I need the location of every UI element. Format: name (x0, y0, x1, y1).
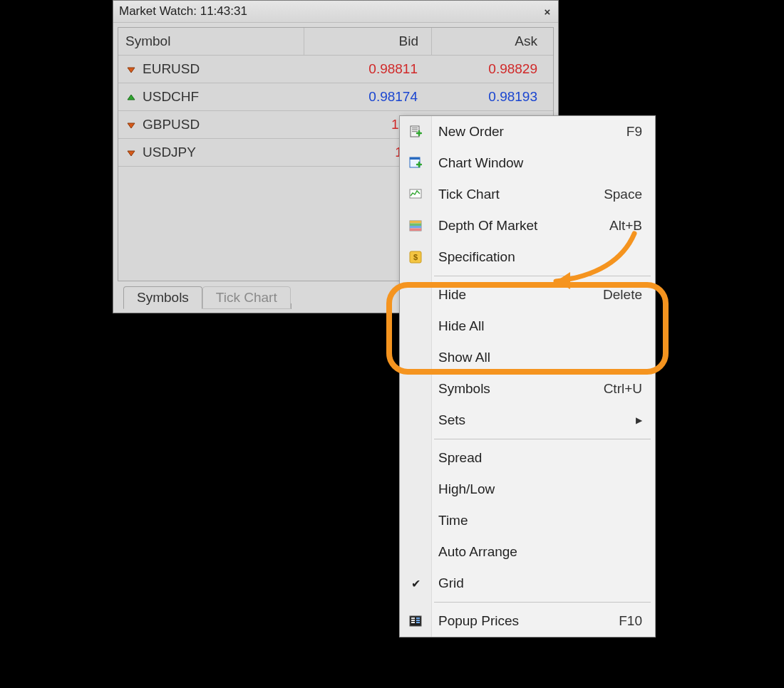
menu-label: Popup Prices (431, 613, 619, 629)
svg-rect-20 (411, 620, 415, 621)
close-icon[interactable]: × (541, 6, 554, 18)
menu-label: Specification (431, 249, 642, 265)
menu-spread[interactable]: Spread (400, 442, 655, 474)
menu-hide[interactable]: Hide Delete (400, 279, 655, 311)
svg-rect-15 (410, 229, 421, 231)
bid-price: 0.98174 (304, 89, 430, 105)
menu-separator (400, 436, 655, 442)
bid-price: 0.98811 (304, 61, 430, 77)
chart-window-icon (400, 147, 431, 179)
svg-rect-9 (410, 157, 420, 160)
menu-shortcut: F9 (626, 124, 642, 140)
specification-icon: $ (400, 241, 431, 273)
blank-icon (400, 373, 431, 405)
blank-icon (400, 536, 431, 568)
col-symbol[interactable]: Symbol (118, 28, 304, 55)
svg-rect-22 (416, 617, 420, 619)
menu-label: High/Low (431, 481, 642, 497)
menu-label: Grid (431, 575, 642, 591)
arrow-down-icon (125, 119, 137, 130)
svg-marker-1 (128, 95, 135, 100)
new-order-icon (400, 116, 431, 147)
table-row[interactable]: USDCHF 0.98174 0.98193 (118, 83, 553, 111)
menu-label: Hide (431, 287, 603, 303)
arrow-down-icon (125, 147, 137, 158)
grid-header: Symbol Bid Ask (118, 28, 553, 56)
blank-icon (400, 405, 431, 436)
context-menu: New Order F9 Chart Window Tick Chart Spa… (399, 115, 656, 637)
tab-divider (291, 303, 292, 309)
menu-label: Show All (431, 350, 642, 365)
menu-shortcut: Delete (603, 287, 642, 303)
menu-new-order[interactable]: New Order F9 (400, 116, 655, 147)
menu-shortcut: F10 (619, 613, 642, 629)
check-icon: ✔ (400, 568, 431, 599)
menu-shortcut: Space (604, 187, 642, 202)
menu-label: Auto Arrange (431, 544, 642, 560)
arrow-up-icon (125, 91, 137, 103)
ask-price: 0.98193 (430, 89, 553, 105)
menu-specification[interactable]: $ Specification (400, 241, 655, 273)
titlebar[interactable]: Market Watch: 11:43:31 × (113, 1, 558, 23)
svg-rect-23 (416, 620, 420, 621)
menu-sets[interactable]: Sets ▶ (400, 405, 655, 436)
menu-high-low[interactable]: High/Low (400, 474, 655, 505)
blank-icon (400, 505, 431, 536)
svg-rect-24 (416, 622, 420, 623)
popup-prices-icon (400, 605, 431, 637)
svg-rect-21 (411, 622, 415, 623)
menu-popup-prices[interactable]: Popup Prices F10 (400, 605, 655, 637)
tab-symbols[interactable]: Symbols (123, 286, 202, 309)
col-ask[interactable]: Ask (432, 28, 553, 55)
menu-chart-window[interactable]: Chart Window (400, 147, 655, 179)
menu-label: Sets (431, 412, 636, 428)
blank-icon (400, 279, 431, 311)
svg-rect-14 (410, 226, 421, 229)
tab-tick-chart[interactable]: Tick Chart (202, 286, 291, 309)
ask-price: 0.98829 (430, 61, 553, 77)
menu-label: Depth Of Market (431, 218, 609, 234)
svg-marker-2 (128, 123, 135, 128)
window-title: Market Watch: 11:43:31 (119, 4, 247, 19)
menu-grid[interactable]: ✔ Grid (400, 568, 655, 599)
svg-rect-12 (410, 221, 421, 224)
menu-shortcut: Alt+B (609, 218, 642, 234)
menu-depth-of-market[interactable]: Depth Of Market Alt+B (400, 210, 655, 241)
menu-label: Spread (431, 450, 642, 466)
tick-chart-icon (400, 179, 431, 210)
submenu-arrow-icon: ▶ (636, 415, 642, 425)
menu-label: New Order (431, 124, 626, 140)
blank-icon (400, 311, 431, 342)
symbol-name: USDCHF (143, 89, 199, 105)
svg-marker-0 (128, 68, 135, 73)
svg-text:$: $ (413, 253, 418, 261)
svg-rect-5 (412, 127, 418, 128)
blank-icon (400, 342, 431, 373)
table-row[interactable]: EURUSD 0.98811 0.98829 (118, 56, 553, 83)
symbol-name: USDJPY (143, 145, 196, 160)
menu-auto-arrange[interactable]: Auto Arrange (400, 536, 655, 568)
menu-tick-chart[interactable]: Tick Chart Space (400, 179, 655, 210)
menu-separator (400, 273, 655, 279)
menu-shortcut: Ctrl+U (604, 381, 642, 397)
blank-icon (400, 442, 431, 474)
arrow-down-icon (125, 63, 137, 75)
menu-label: Chart Window (431, 155, 642, 171)
symbol-name: EURUSD (143, 61, 200, 77)
depth-of-market-icon (400, 210, 431, 241)
menu-label: Symbols (431, 381, 604, 397)
menu-symbols[interactable]: Symbols Ctrl+U (400, 373, 655, 405)
svg-rect-19 (411, 617, 415, 619)
svg-rect-7 (412, 131, 418, 132)
menu-hide-all[interactable]: Hide All (400, 311, 655, 342)
menu-label: Hide All (431, 318, 642, 334)
blank-icon (400, 474, 431, 505)
svg-rect-13 (410, 224, 421, 226)
menu-time[interactable]: Time (400, 505, 655, 536)
symbol-name: GBPUSD (143, 117, 200, 132)
menu-label: Tick Chart (431, 187, 604, 202)
menu-label: Time (431, 513, 642, 528)
col-bid[interactable]: Bid (304, 28, 432, 55)
menu-show-all[interactable]: Show All (400, 342, 655, 373)
svg-marker-3 (128, 151, 135, 156)
